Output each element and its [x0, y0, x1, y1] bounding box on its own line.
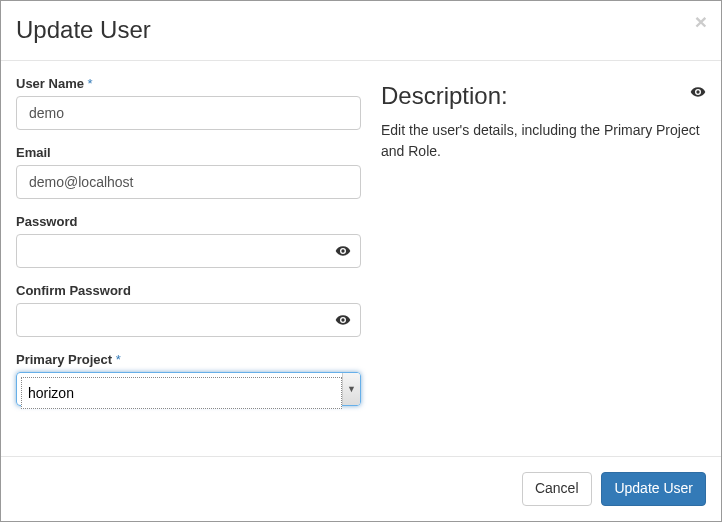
password-label: Password	[16, 214, 361, 229]
description-title: Description:	[381, 82, 508, 110]
primary-project-label-text: Primary Project	[16, 352, 112, 367]
confirm-password-input[interactable]	[16, 303, 361, 337]
primary-project-label: Primary Project *	[16, 352, 361, 367]
confirm-password-label: Confirm Password	[16, 283, 361, 298]
close-button[interactable]: ×	[695, 11, 707, 32]
primary-project-select[interactable]: horizon	[21, 377, 342, 409]
modal-header: Update User ×	[1, 1, 721, 61]
required-star: *	[116, 352, 121, 367]
description-header: Description:	[381, 76, 706, 120]
email-label: Email	[16, 145, 361, 160]
password-input[interactable]	[16, 234, 361, 268]
password-group: Password	[16, 214, 361, 268]
username-label: User Name *	[16, 76, 361, 91]
description-text: Edit the user's details, including the P…	[381, 120, 706, 162]
description-column: Description: Edit the user's details, in…	[381, 76, 706, 441]
eye-icon[interactable]	[335, 243, 351, 259]
confirm-password-input-wrap	[16, 303, 361, 337]
username-label-text: User Name	[16, 76, 84, 91]
eye-icon[interactable]	[690, 84, 706, 100]
email-input[interactable]	[16, 165, 361, 199]
confirm-password-group: Confirm Password	[16, 283, 361, 337]
form-column: User Name * Email Password Con	[16, 76, 361, 441]
update-user-button[interactable]: Update User	[601, 472, 706, 506]
eye-icon[interactable]	[335, 312, 351, 328]
username-input[interactable]	[16, 96, 361, 130]
cancel-button[interactable]: Cancel	[522, 472, 592, 506]
password-input-wrap	[16, 234, 361, 268]
modal-title: Update User	[16, 16, 706, 45]
primary-project-group: Primary Project * horizon ▼	[16, 352, 361, 406]
close-icon: ×	[695, 10, 707, 33]
modal-footer: Cancel Update User	[1, 456, 721, 521]
required-star: *	[88, 76, 93, 91]
primary-project-select-wrap[interactable]: horizon ▼	[16, 372, 361, 406]
email-group: Email	[16, 145, 361, 199]
modal-body: User Name * Email Password Con	[1, 61, 721, 456]
username-group: User Name *	[16, 76, 361, 130]
chevron-down-icon: ▼	[342, 373, 360, 405]
update-user-modal: Update User × User Name * Email Password	[0, 0, 722, 522]
